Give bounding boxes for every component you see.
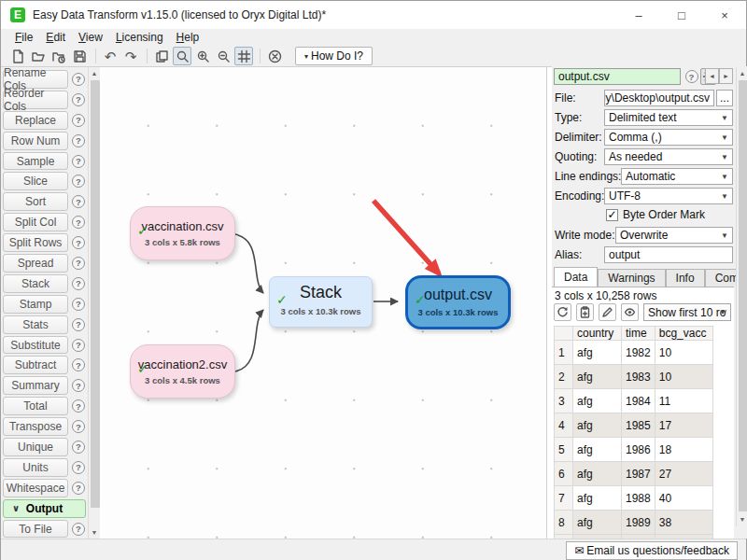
transform-button[interactable]: Split Rows [3,233,68,252]
close-button[interactable]: × [703,1,746,29]
help-icon[interactable]: ? [72,134,85,147]
transform-button[interactable]: Stats [3,315,68,334]
panel-scrollbar[interactable]: ▲ ▼ [736,67,747,526]
toggle-grid-button[interactable] [234,47,253,65]
zoom-in-button[interactable] [193,47,212,65]
menu-item[interactable]: Licensing [109,30,170,45]
help-icon[interactable]: ? [72,236,85,249]
help-icon[interactable]: ? [72,441,85,454]
panel-help-button[interactable]: ? [684,68,699,85]
transform-button[interactable]: Transpose [3,417,68,436]
help-icon[interactable]: ? [72,379,85,392]
help-icon[interactable]: ? [72,195,85,208]
transform-button[interactable]: Sample [3,152,68,171]
scrollbar-thumb[interactable] [91,80,100,508]
help-icon[interactable]: ? [72,155,85,168]
menu-item[interactable]: Help [170,30,206,45]
table-row[interactable]: 3 afg 1984 11 [555,389,713,413]
browse-button[interactable]: ... [716,90,733,106]
menu-item[interactable]: View [72,30,109,45]
help-icon[interactable]: ? [72,399,85,413]
transform-button[interactable]: Total [3,397,68,415]
edit-button[interactable] [599,303,616,321]
help-icon[interactable]: ? [72,73,85,86]
sidebar-section-output[interactable]: ∨ Output [3,499,86,518]
help-icon[interactable]: ? [72,523,85,536]
transform-button[interactable]: Split Col [3,213,68,231]
new-file-button[interactable] [8,47,27,65]
table-row[interactable]: 2 afg 1983 10 [555,365,713,389]
help-icon[interactable]: ? [72,277,85,290]
help-icon[interactable]: ? [72,339,85,352]
tab-next-icon[interactable]: ► [719,68,733,84]
search-button[interactable] [173,47,191,65]
transform-button[interactable]: Reorder Cols [3,91,68,109]
tab[interactable]: Warnings [598,269,665,287]
help-icon[interactable]: ? [72,461,85,474]
maximize-button[interactable]: □ [660,1,703,29]
alias-input[interactable]: output [604,246,733,263]
encoding-dropdown[interactable]: UTF-8▼ [604,188,733,204]
flow-canvas[interactable]: ✓ vaccination.csv 3 cols x 5.8k rows ✓ v… [101,67,547,539]
cancel-button[interactable] [265,47,284,65]
node-vaccination-csv[interactable]: ✓ vaccination.csv 3 cols x 5.8k rows [130,206,235,260]
undo-button[interactable]: ↶ [101,47,120,65]
transform-button[interactable]: Replace [3,111,68,130]
help-icon[interactable]: ? [72,216,85,229]
table-row[interactable]: 7 afg 1988 40 [555,486,713,511]
menu-item[interactable]: Edit [39,30,72,45]
save-button[interactable] [70,47,89,65]
node-stack[interactable]: ✓ Stack 3 cols x 10.3k rows [269,276,373,328]
sidebar-scrollbar[interactable]: ▲ ▼ [88,67,100,539]
node-vaccination2-csv[interactable]: ✓ vaccination2.csv 3 cols x 4.5k rows [130,344,235,399]
help-icon[interactable]: ? [72,298,85,311]
how-do-i-button[interactable]: ▾ How Do I? [295,47,373,65]
open-recent-button[interactable] [49,47,68,65]
file-path-field[interactable]: \andy\Desktop\output.csv [604,90,714,106]
email-feedback-button[interactable]: ✉ Email us questions/feedback [566,541,738,560]
copy-button[interactable] [152,47,171,65]
table-row[interactable]: 6 afg 1987 27 [555,462,713,486]
transform-button[interactable]: Unique [3,438,68,456]
transform-button[interactable]: Row Num [3,132,68,150]
transform-button[interactable]: Stack [3,274,68,293]
copy-to-clipboard-button[interactable] [576,303,594,321]
transform-button[interactable]: Summary [3,376,68,395]
help-icon[interactable]: ? [72,482,85,495]
redo-button[interactable]: ↷ [121,47,140,65]
help-icon[interactable]: ? [72,420,85,433]
help-icon[interactable]: ? [72,358,85,371]
node-name-input[interactable] [554,68,681,85]
transform-button[interactable]: Slice [3,172,68,190]
transform-button[interactable]: Whitespace [3,479,68,497]
help-icon[interactable]: ? [72,318,85,331]
show-rows-dropdown[interactable]: Show first 10 rows ▼ [643,303,731,321]
node-output-csv-selected[interactable]: ✓ output.csv 3 cols x 10.3k rows [405,275,511,329]
eye-button[interactable] [621,303,639,321]
tab-prev-icon[interactable]: ◄ [705,68,719,84]
table-row[interactable]: 4 afg 1985 17 [555,413,713,438]
refresh-button[interactable] [554,303,571,321]
table-row[interactable]: 5 afg 1986 18 [555,438,713,462]
transform-button[interactable]: Units [3,458,68,477]
transform-button[interactable]: Spread [3,254,68,273]
transform-button-to-file[interactable]: To File [3,520,68,539]
transform-button[interactable]: Substitute [3,336,68,355]
delimiter-dropdown[interactable]: Comma (,)▼ [604,129,733,146]
minimize-button[interactable]: – [617,1,660,29]
transform-button[interactable]: Sort [3,192,68,211]
table-row[interactable]: 1 afg 1982 10 [555,341,713,365]
table-row[interactable]: 8 afg 1989 38 [555,511,713,535]
help-icon[interactable]: ? [72,175,85,188]
byte-order-mark-checkbox[interactable]: ✓ [606,209,618,221]
zoom-out-button[interactable] [214,47,233,65]
open-file-button[interactable] [29,47,48,65]
help-icon[interactable]: ? [72,257,85,270]
help-icon[interactable]: ? [72,93,85,106]
type-dropdown[interactable]: Delimited text▼ [604,109,733,126]
help-icon[interactable]: ? [72,114,85,127]
scrollbar-thumb[interactable] [739,80,747,511]
line-endings-dropdown[interactable]: Automatic▼ [621,168,733,185]
write-mode-dropdown[interactable]: Overwrite▼ [615,227,733,244]
menu-item[interactable]: File [8,30,39,45]
